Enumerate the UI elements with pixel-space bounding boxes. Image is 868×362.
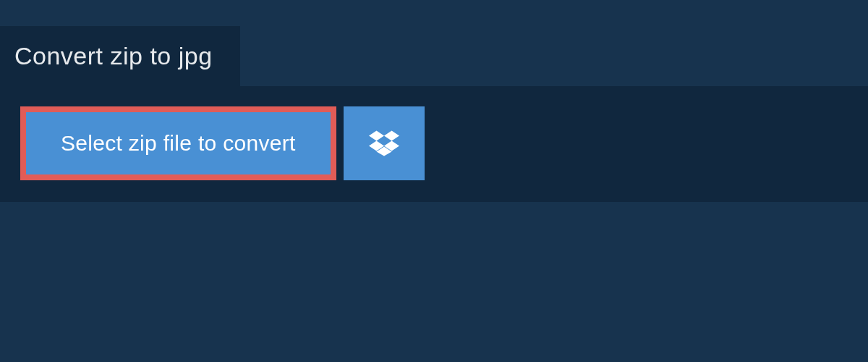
dropbox-button[interactable] [344, 106, 425, 180]
tab-header: Convert zip to jpg [0, 26, 240, 86]
content-panel: Select zip file to convert [0, 86, 868, 202]
dropbox-icon [369, 128, 399, 159]
page-title: Convert zip to jpg [14, 42, 213, 70]
select-file-button[interactable]: Select zip file to convert [20, 106, 336, 180]
select-file-label: Select zip file to convert [61, 131, 296, 156]
button-row: Select zip file to convert [20, 106, 854, 180]
